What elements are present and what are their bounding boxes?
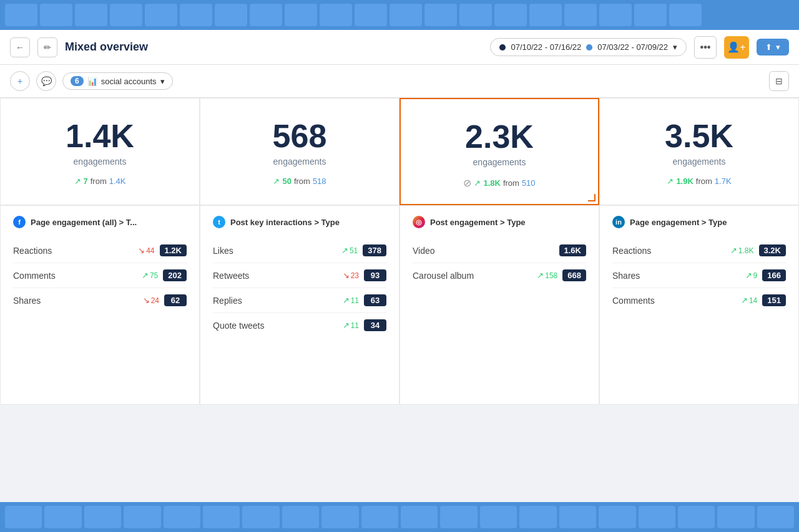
metric-label-2: engagements — [473, 157, 526, 167]
export-button[interactable]: ⬆ ▾ — [757, 39, 789, 56]
metric-value-0: 1.4K — [66, 118, 134, 154]
chat-icon: 💬 — [41, 76, 52, 86]
arrow-up-icon: ↗ — [745, 271, 752, 280]
table-row: Reactions ↘ 44 1.2K — [13, 238, 187, 263]
change-num: 14 — [749, 296, 757, 305]
metric-value-3: 3.5K — [665, 118, 733, 154]
change-num: 51 — [350, 246, 358, 255]
metric-change-3: ↗ 1.9K from 1.7K — [667, 177, 731, 186]
value-badge: 166 — [762, 269, 786, 281]
row-label: Shares — [612, 271, 640, 281]
change-num: 11 — [351, 296, 359, 305]
main-grid: 1.4K engagements ↗ 7 from 1.4K 568 engag… — [0, 98, 799, 405]
accounts-filter-button[interactable]: 6 📊 social accounts ▾ — [62, 72, 173, 90]
change-num: 24 — [151, 296, 159, 305]
nav-tile[interactable] — [634, 4, 667, 26]
nav-tile[interactable] — [250, 4, 282, 26]
nav-tile[interactable] — [459, 4, 492, 26]
filter-icon: ⊟ — [775, 76, 783, 86]
chevron-down-icon: ▾ — [160, 77, 165, 86]
instagram-icon: ◎ — [413, 216, 425, 228]
plus-icon: + — [17, 76, 22, 86]
nav-tile[interactable] — [390, 4, 422, 26]
toolbar: + 💬 6 📊 social accounts ▾ ⊟ — [0, 65, 799, 98]
change-num: 11 — [351, 321, 359, 330]
nav-tile[interactable] — [75, 4, 107, 26]
metric-change-1: ↗ 50 from 518 — [273, 177, 326, 186]
change-indicator: ↗ 1.8K — [730, 246, 754, 255]
card-title-facebook: Page engagement (all) > T... — [31, 218, 137, 227]
row-right: ↘ 24 62 — [143, 294, 187, 306]
add-user-button[interactable]: 👤+ — [724, 36, 749, 59]
card-title-linkedin: Page engagement > Type — [630, 218, 727, 227]
date-range-button[interactable]: 07/10/22 - 07/16/22 07/03/22 - 07/09/22 … — [490, 38, 687, 56]
back-icon: ← — [16, 42, 24, 52]
nav-tile[interactable] — [355, 4, 387, 26]
edit-icon: ✏ — [44, 42, 51, 52]
accounts-count-badge: 6 — [71, 76, 84, 86]
detail-card-linkedin: in Page engagement > Type Reactions ↗ 1.… — [599, 205, 799, 405]
arrow-up-icon: ↗ — [667, 177, 674, 186]
nav-tile[interactable] — [494, 4, 527, 26]
row-right: ↗ 9 166 — [745, 269, 786, 281]
from-label-0: from — [91, 177, 107, 186]
change-indicator: ↘ 24 — [143, 296, 159, 305]
table-row: Video 1.6K — [413, 238, 586, 263]
nav-tile[interactable] — [669, 4, 702, 26]
nav-tile[interactable] — [5, 4, 37, 26]
table-row: Comments ↗ 14 151 — [612, 288, 786, 312]
nav-tile[interactable] — [110, 4, 142, 26]
table-row: Replies ↗ 11 63 — [213, 288, 386, 313]
add-widget-button[interactable]: + — [10, 71, 30, 91]
nav-tile[interactable] — [529, 4, 562, 26]
card-header-facebook: f Page engagement (all) > T... — [13, 216, 187, 228]
card-header-linkedin: in Page engagement > Type — [612, 216, 786, 228]
metric-label-3: engagements — [673, 157, 726, 167]
row-label: Shares — [13, 296, 41, 306]
nav-tile[interactable] — [180, 4, 212, 26]
prev-value-1: 518 — [313, 177, 326, 186]
row-right: ↗ 1.8K 3.2K — [730, 244, 786, 256]
value-badge: 202 — [163, 269, 187, 281]
nav-tile[interactable] — [285, 4, 317, 26]
row-label: Quote tweets — [213, 321, 265, 331]
row-label: Video — [413, 246, 435, 256]
export-icon: ⬆ — [765, 42, 772, 52]
arrow-down-icon: ↘ — [138, 246, 145, 255]
change-indicator: ↘ 44 — [138, 246, 154, 255]
detail-card-instagram: ◎ Post engagement > Type Video 1.6K Caro… — [400, 205, 599, 405]
change-indicator: ↗ 51 — [341, 246, 358, 255]
nav-tile[interactable] — [599, 4, 632, 26]
arrow-up-icon: ↗ — [741, 296, 748, 305]
comment-button[interactable]: 💬 — [36, 71, 56, 91]
more-button[interactable]: ••• — [694, 36, 717, 59]
accounts-label: social accounts — [101, 77, 157, 86]
change-num-3: 1.9K — [676, 177, 693, 186]
highlighted-corner — [588, 194, 596, 201]
change-num: 75 — [150, 271, 158, 280]
date-range-secondary: 07/03/22 - 07/09/22 — [597, 42, 668, 52]
nav-tile[interactable] — [40, 4, 72, 26]
filter-button[interactable]: ⊟ — [769, 71, 789, 91]
edit-button[interactable]: ✏ — [37, 37, 57, 57]
nav-tile[interactable] — [320, 4, 352, 26]
change-num-0: 7 — [84, 177, 88, 186]
nav-tile[interactable] — [564, 4, 597, 26]
value-badge: 62 — [164, 294, 187, 306]
change-num: 44 — [146, 246, 154, 255]
nav-tile[interactable] — [424, 4, 457, 26]
back-button[interactable]: ← — [10, 37, 30, 57]
header-bar: ← ✏ Mixed overview 07/10/22 - 07/16/22 0… — [0, 30, 799, 65]
change-indicator: ↗ 11 — [343, 296, 359, 305]
row-right: ↗ 14 151 — [741, 294, 786, 306]
change-indicator: ↗ 75 — [142, 271, 158, 280]
more-icon: ••• — [700, 42, 711, 53]
card-title-instagram: Post engagement > Type — [430, 218, 526, 227]
nav-tile[interactable] — [215, 4, 247, 26]
value-badge: 668 — [562, 269, 586, 281]
prev-value-0: 1.4K — [109, 177, 126, 186]
table-row: Retweets ↘ 23 93 — [213, 263, 386, 288]
nav-tile[interactable] — [145, 4, 177, 26]
change-num-1: 50 — [282, 177, 291, 186]
value-badge: 34 — [364, 319, 386, 331]
